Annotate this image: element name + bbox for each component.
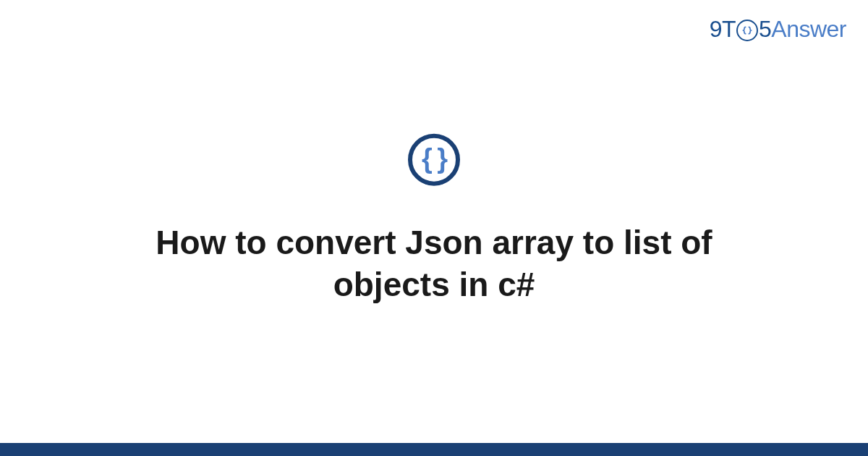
logo-braces-icon [736, 20, 758, 41]
main-content: { } How to convert Json array to list of… [0, 134, 868, 305]
logo-suffix: Answer [771, 16, 846, 43]
question-title: How to convert Json array to list of obj… [101, 222, 767, 305]
site-logo[interactable]: 9T 5 Answer [710, 16, 846, 43]
footer-bar [0, 443, 868, 456]
logo-middle: 5 [759, 16, 771, 43]
braces-icon: { } [422, 145, 446, 172]
logo-prefix: 9T [710, 16, 736, 43]
category-badge-icon: { } [408, 134, 460, 186]
